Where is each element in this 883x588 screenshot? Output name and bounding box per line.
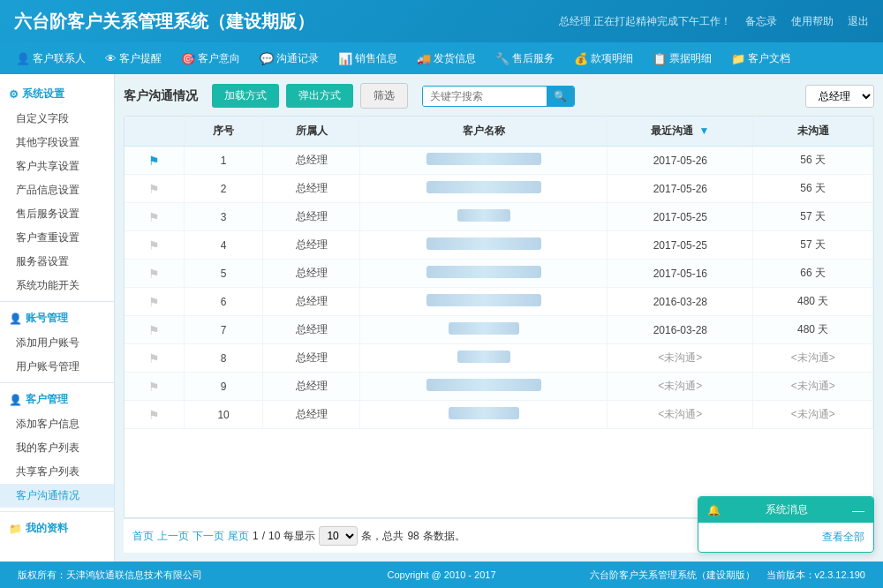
cell-name <box>360 344 608 373</box>
sys-notify-header: 🔔 系统消息 — <box>698 497 873 523</box>
nav-logout[interactable]: 退出 <box>848 14 869 29</box>
nav-documents[interactable]: 📁 客户文档 <box>722 48 799 70</box>
table-row[interactable]: ⚑ 9 总经理 <未沟通> <未沟通> <box>125 373 873 401</box>
nav-customer-contacts[interactable]: 👤 客户联系人 <box>7 48 94 70</box>
minimize-button[interactable]: — <box>852 503 864 517</box>
table-row[interactable]: ⚑ 4 总经理 2017-05-25 57 天 <box>125 231 873 260</box>
cell-date: 2017-05-25 <box>608 203 753 231</box>
nav-payment[interactable]: 💰 款项明细 <box>565 48 642 70</box>
flag-icon: ⚑ <box>148 295 160 309</box>
owner-dropdown[interactable]: 总经理 <box>805 85 874 108</box>
table-row[interactable]: ⚑ 7 总经理 2016-03-28 480 天 <box>125 316 873 344</box>
table-row[interactable]: ⚑ 3 总经理 2017-05-25 57 天 <box>125 203 873 231</box>
nav-after-sales[interactable]: 🔧 售后服务 <box>487 48 563 70</box>
table-row[interactable]: ⚑ 5 总经理 2017-05-16 66 天 <box>125 260 873 288</box>
sidebar-item-other-fields[interactable]: 其他字段设置 <box>0 131 114 155</box>
sidebar-item-user-management[interactable]: 用户账号管理 <box>0 355 114 379</box>
prev-page-link[interactable]: 上一页 <box>157 529 189 544</box>
sidebar-item-system-features[interactable]: 系统功能开关 <box>0 274 114 298</box>
cell-flag: ⚑ <box>125 147 185 175</box>
nav-label: 客户提醒 <box>119 51 162 66</box>
footer-copyright-center: Copyright @ 2010 - 2017 <box>387 569 495 580</box>
sidebar-item-after-sales-settings[interactable]: 售后服务设置 <box>0 202 114 226</box>
popup-mode-button[interactable]: 弹出方式 <box>286 84 353 108</box>
nav-label: 客户意向 <box>198 51 240 66</box>
table-row[interactable]: ⚑ 10 总经理 <未沟通> <未沟通> <box>125 401 873 429</box>
sidebar-item-add-customer[interactable]: 添加客户信息 <box>0 412 114 436</box>
sidebar-item-duplicate-settings[interactable]: 客户查重设置 <box>0 226 114 250</box>
th-customer-name: 客户名称 <box>360 117 608 147</box>
table-row[interactable]: ⚑ 6 总经理 2016-03-28 480 天 <box>125 288 873 316</box>
cell-flag: ⚑ <box>125 373 185 401</box>
cell-days: 56 天 <box>753 147 873 175</box>
sidebar-section-account[interactable]: 👤 账号管理 <box>0 305 114 331</box>
nav-label: 售后服务 <box>512 51 555 66</box>
nav-customer-intention[interactable]: 🎯 客户意向 <box>172 48 249 70</box>
nav-sales[interactable]: 📊 销售信息 <box>329 48 406 70</box>
cell-date: <未沟通> <box>608 401 753 429</box>
nav-label: 客户联系人 <box>33 51 86 66</box>
sidebar-item-share-settings[interactable]: 客户共享设置 <box>0 155 114 178</box>
table-row[interactable]: ⚑ 8 总经理 <未沟通> <未沟通> <box>125 344 873 373</box>
cell-owner: 总经理 <box>262 316 359 344</box>
footer-right: 六台阶客户关系管理系统（建设期版） 当前版本：v2.3.12.190 <box>590 569 865 582</box>
sidebar-item-communication-status[interactable]: 客户沟通情况 <box>0 484 114 508</box>
view-all-link[interactable]: 查看全部 <box>822 531 864 543</box>
nav-help[interactable]: 使用帮助 <box>791 14 834 29</box>
table-row[interactable]: ⚑ 2 总经理 2017-05-26 56 天 <box>125 175 873 203</box>
sidebar-item-product-settings[interactable]: 产品信息设置 <box>0 178 114 202</box>
cell-name <box>360 231 608 260</box>
filter-button[interactable]: 筛选 <box>360 83 408 109</box>
nav-memo[interactable]: 备忘录 <box>745 14 777 29</box>
cell-owner: 总经理 <box>262 147 359 175</box>
shipping-icon: 🚚 <box>417 52 431 65</box>
header-right: 总经理 正在打起精神完成下午工作！ 备忘录 使用帮助 退出 <box>559 14 869 29</box>
current-page: 1 <box>253 530 259 542</box>
sys-notify-title: 系统消息 <box>766 502 808 517</box>
search-input[interactable] <box>423 87 547 106</box>
records-label: 条，总共 <box>361 529 404 544</box>
sidebar-item-shared-customers[interactable]: 共享客户列表 <box>0 460 114 484</box>
sidebar-section-system[interactable]: ⚙ 系统设置 <box>0 81 114 107</box>
nav-label: 客户文档 <box>748 51 790 66</box>
flag-icon: ⚑ <box>148 182 160 196</box>
nav-invoice[interactable]: 📋 票据明细 <box>644 48 721 70</box>
folder-icon: 📁 <box>9 523 22 535</box>
sidebar-section-my-data[interactable]: 📁 我的资料 <box>0 516 114 541</box>
sidebar-section-customer[interactable]: 👤 客户管理 <box>0 387 114 412</box>
cell-seq: 7 <box>185 316 263 344</box>
invoice-icon: 📋 <box>653 52 667 65</box>
page-separator: / <box>262 530 265 542</box>
nav-communication[interactable]: 💬 沟通记录 <box>251 48 328 70</box>
payment-icon: 💰 <box>574 52 588 65</box>
content-header: 客户沟通情况 加载方式 弹出方式 筛选 🔍 总经理 <box>124 83 874 109</box>
th-flag <box>125 117 185 147</box>
sidebar-item-server-settings[interactable]: 服务器设置 <box>0 250 114 274</box>
load-mode-button[interactable]: 加载方式 <box>212 84 279 108</box>
footer-copyright-left: 版权所有：天津鸿软通联信息技术有限公司 <box>18 569 202 582</box>
cell-flag: ⚑ <box>125 203 185 231</box>
cell-seq: 6 <box>185 288 263 316</box>
sidebar-item-my-customers[interactable]: 我的客户列表 <box>0 436 114 460</box>
cell-seq: 5 <box>185 260 263 288</box>
cell-owner: 总经理 <box>262 203 359 231</box>
cell-days: 66 天 <box>753 260 873 288</box>
per-page-select[interactable]: 10 20 50 <box>319 526 358 546</box>
nav-customer-reminder[interactable]: 👁 客户提醒 <box>96 48 170 70</box>
nav-label: 沟通记录 <box>276 51 319 66</box>
last-page-link[interactable]: 尾页 <box>228 529 249 544</box>
next-page-link[interactable]: 下一页 <box>192 529 224 544</box>
sidebar-item-custom-fields[interactable]: 自定义字段 <box>0 107 114 131</box>
nav-label: 销售信息 <box>355 51 397 66</box>
cell-name <box>360 175 608 203</box>
cell-name <box>360 373 608 401</box>
sidebar-item-add-user[interactable]: 添加用户账号 <box>0 331 114 355</box>
nav-shipping[interactable]: 🚚 发货信息 <box>408 48 485 70</box>
th-last-contact: 最近沟通 ▼ <box>608 117 753 147</box>
first-page-link[interactable]: 首页 <box>132 529 154 544</box>
cell-days: 57 天 <box>753 231 873 260</box>
cell-days: 480 天 <box>753 288 873 316</box>
search-button[interactable]: 🔍 <box>547 87 574 106</box>
service-icon: 🔧 <box>495 52 509 65</box>
table-row[interactable]: ⚑ 1 总经理 2017-05-26 56 天 <box>125 147 873 175</box>
